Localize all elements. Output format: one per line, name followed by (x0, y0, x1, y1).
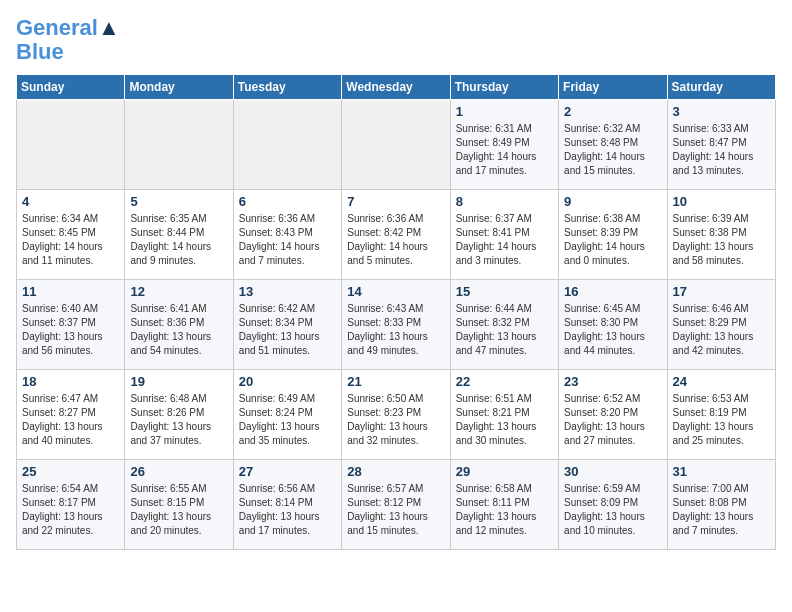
cell-info: Sunrise: 6:59 AM Sunset: 8:09 PM Dayligh… (564, 482, 661, 538)
calendar-cell: 23Sunrise: 6:52 AM Sunset: 8:20 PM Dayli… (559, 370, 667, 460)
day-number: 1 (456, 104, 553, 119)
calendar-cell: 30Sunrise: 6:59 AM Sunset: 8:09 PM Dayli… (559, 460, 667, 550)
weekday-header-tuesday: Tuesday (233, 75, 341, 100)
calendar-cell: 11Sunrise: 6:40 AM Sunset: 8:37 PM Dayli… (17, 280, 125, 370)
week-row-1: 1Sunrise: 6:31 AM Sunset: 8:49 PM Daylig… (17, 100, 776, 190)
day-number: 6 (239, 194, 336, 209)
calendar-cell: 2Sunrise: 6:32 AM Sunset: 8:48 PM Daylig… (559, 100, 667, 190)
day-number: 17 (673, 284, 770, 299)
cell-info: Sunrise: 6:58 AM Sunset: 8:11 PM Dayligh… (456, 482, 553, 538)
day-number: 16 (564, 284, 661, 299)
day-number: 23 (564, 374, 661, 389)
day-number: 29 (456, 464, 553, 479)
day-number: 30 (564, 464, 661, 479)
cell-info: Sunrise: 6:37 AM Sunset: 8:41 PM Dayligh… (456, 212, 553, 268)
week-row-3: 11Sunrise: 6:40 AM Sunset: 8:37 PM Dayli… (17, 280, 776, 370)
cell-info: Sunrise: 6:48 AM Sunset: 8:26 PM Dayligh… (130, 392, 227, 448)
calendar-cell: 29Sunrise: 6:58 AM Sunset: 8:11 PM Dayli… (450, 460, 558, 550)
calendar-cell: 13Sunrise: 6:42 AM Sunset: 8:34 PM Dayli… (233, 280, 341, 370)
calendar-cell: 14Sunrise: 6:43 AM Sunset: 8:33 PM Dayli… (342, 280, 450, 370)
cell-info: Sunrise: 6:33 AM Sunset: 8:47 PM Dayligh… (673, 122, 770, 178)
cell-info: Sunrise: 6:42 AM Sunset: 8:34 PM Dayligh… (239, 302, 336, 358)
cell-info: Sunrise: 6:47 AM Sunset: 8:27 PM Dayligh… (22, 392, 119, 448)
cell-info: Sunrise: 6:57 AM Sunset: 8:12 PM Dayligh… (347, 482, 444, 538)
calendar-cell: 12Sunrise: 6:41 AM Sunset: 8:36 PM Dayli… (125, 280, 233, 370)
day-number: 10 (673, 194, 770, 209)
week-row-4: 18Sunrise: 6:47 AM Sunset: 8:27 PM Dayli… (17, 370, 776, 460)
calendar-cell: 3Sunrise: 6:33 AM Sunset: 8:47 PM Daylig… (667, 100, 775, 190)
calendar-cell: 19Sunrise: 6:48 AM Sunset: 8:26 PM Dayli… (125, 370, 233, 460)
day-number: 28 (347, 464, 444, 479)
cell-info: Sunrise: 6:54 AM Sunset: 8:17 PM Dayligh… (22, 482, 119, 538)
day-number: 27 (239, 464, 336, 479)
calendar-cell (342, 100, 450, 190)
weekday-header-wednesday: Wednesday (342, 75, 450, 100)
logo-general: General (16, 15, 98, 40)
day-number: 5 (130, 194, 227, 209)
calendar-cell: 21Sunrise: 6:50 AM Sunset: 8:23 PM Dayli… (342, 370, 450, 460)
weekday-header-thursday: Thursday (450, 75, 558, 100)
day-number: 14 (347, 284, 444, 299)
logo-blue: Blue (16, 39, 64, 64)
weekday-header-saturday: Saturday (667, 75, 775, 100)
calendar-cell: 25Sunrise: 6:54 AM Sunset: 8:17 PM Dayli… (17, 460, 125, 550)
calendar-cell: 5Sunrise: 6:35 AM Sunset: 8:44 PM Daylig… (125, 190, 233, 280)
calendar-cell: 27Sunrise: 6:56 AM Sunset: 8:14 PM Dayli… (233, 460, 341, 550)
calendar-cell: 16Sunrise: 6:45 AM Sunset: 8:30 PM Dayli… (559, 280, 667, 370)
week-row-2: 4Sunrise: 6:34 AM Sunset: 8:45 PM Daylig… (17, 190, 776, 280)
calendar-cell: 18Sunrise: 6:47 AM Sunset: 8:27 PM Dayli… (17, 370, 125, 460)
weekday-header-row: SundayMondayTuesdayWednesdayThursdayFrid… (17, 75, 776, 100)
cell-info: Sunrise: 6:41 AM Sunset: 8:36 PM Dayligh… (130, 302, 227, 358)
weekday-header-friday: Friday (559, 75, 667, 100)
cell-info: Sunrise: 7:00 AM Sunset: 8:08 PM Dayligh… (673, 482, 770, 538)
weekday-header-sunday: Sunday (17, 75, 125, 100)
cell-info: Sunrise: 6:39 AM Sunset: 8:38 PM Dayligh… (673, 212, 770, 268)
day-number: 20 (239, 374, 336, 389)
day-number: 24 (673, 374, 770, 389)
day-number: 21 (347, 374, 444, 389)
cell-info: Sunrise: 6:45 AM Sunset: 8:30 PM Dayligh… (564, 302, 661, 358)
cell-info: Sunrise: 6:49 AM Sunset: 8:24 PM Dayligh… (239, 392, 336, 448)
calendar-cell: 15Sunrise: 6:44 AM Sunset: 8:32 PM Dayli… (450, 280, 558, 370)
calendar-cell: 31Sunrise: 7:00 AM Sunset: 8:08 PM Dayli… (667, 460, 775, 550)
calendar-cell: 8Sunrise: 6:37 AM Sunset: 8:41 PM Daylig… (450, 190, 558, 280)
cell-info: Sunrise: 6:46 AM Sunset: 8:29 PM Dayligh… (673, 302, 770, 358)
day-number: 7 (347, 194, 444, 209)
day-number: 18 (22, 374, 119, 389)
calendar-cell: 7Sunrise: 6:36 AM Sunset: 8:42 PM Daylig… (342, 190, 450, 280)
calendar-cell: 17Sunrise: 6:46 AM Sunset: 8:29 PM Dayli… (667, 280, 775, 370)
day-number: 22 (456, 374, 553, 389)
cell-info: Sunrise: 6:36 AM Sunset: 8:43 PM Dayligh… (239, 212, 336, 268)
week-row-5: 25Sunrise: 6:54 AM Sunset: 8:17 PM Dayli… (17, 460, 776, 550)
cell-info: Sunrise: 6:40 AM Sunset: 8:37 PM Dayligh… (22, 302, 119, 358)
cell-info: Sunrise: 6:51 AM Sunset: 8:21 PM Dayligh… (456, 392, 553, 448)
day-number: 31 (673, 464, 770, 479)
calendar-cell: 26Sunrise: 6:55 AM Sunset: 8:15 PM Dayli… (125, 460, 233, 550)
calendar-cell: 1Sunrise: 6:31 AM Sunset: 8:49 PM Daylig… (450, 100, 558, 190)
cell-info: Sunrise: 6:52 AM Sunset: 8:20 PM Dayligh… (564, 392, 661, 448)
day-number: 4 (22, 194, 119, 209)
calendar-cell: 22Sunrise: 6:51 AM Sunset: 8:21 PM Dayli… (450, 370, 558, 460)
day-number: 8 (456, 194, 553, 209)
calendar-cell: 6Sunrise: 6:36 AM Sunset: 8:43 PM Daylig… (233, 190, 341, 280)
day-number: 13 (239, 284, 336, 299)
calendar-cell: 24Sunrise: 6:53 AM Sunset: 8:19 PM Dayli… (667, 370, 775, 460)
cell-info: Sunrise: 6:43 AM Sunset: 8:33 PM Dayligh… (347, 302, 444, 358)
calendar-cell: 10Sunrise: 6:39 AM Sunset: 8:38 PM Dayli… (667, 190, 775, 280)
day-number: 19 (130, 374, 227, 389)
logo: General▲ Blue (16, 16, 120, 64)
day-number: 15 (456, 284, 553, 299)
calendar-table: SundayMondayTuesdayWednesdayThursdayFrid… (16, 74, 776, 550)
cell-info: Sunrise: 6:36 AM Sunset: 8:42 PM Dayligh… (347, 212, 444, 268)
calendar-cell (233, 100, 341, 190)
calendar-cell: 9Sunrise: 6:38 AM Sunset: 8:39 PM Daylig… (559, 190, 667, 280)
day-number: 12 (130, 284, 227, 299)
cell-info: Sunrise: 6:53 AM Sunset: 8:19 PM Dayligh… (673, 392, 770, 448)
day-number: 26 (130, 464, 227, 479)
cell-info: Sunrise: 6:44 AM Sunset: 8:32 PM Dayligh… (456, 302, 553, 358)
weekday-header-monday: Monday (125, 75, 233, 100)
cell-info: Sunrise: 6:32 AM Sunset: 8:48 PM Dayligh… (564, 122, 661, 178)
day-number: 9 (564, 194, 661, 209)
calendar-cell: 28Sunrise: 6:57 AM Sunset: 8:12 PM Dayli… (342, 460, 450, 550)
cell-info: Sunrise: 6:55 AM Sunset: 8:15 PM Dayligh… (130, 482, 227, 538)
